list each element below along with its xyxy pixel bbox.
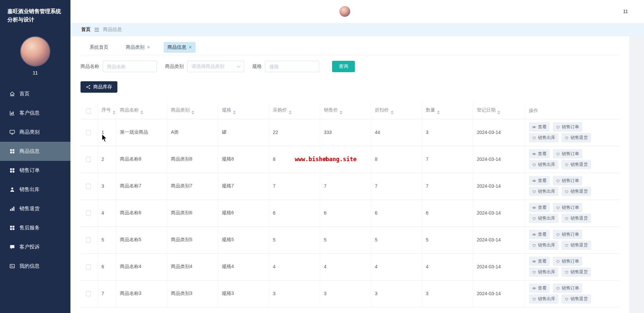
cell-purchase-price: 6	[269, 199, 320, 226]
sidebar-item-sales-return[interactable]: 销售退货	[0, 199, 70, 218]
sidebar-item-after-sales[interactable]: 售后服务	[0, 218, 70, 237]
cell-quantity: 7	[422, 146, 473, 173]
spec-input[interactable]	[265, 61, 319, 72]
column-header-sale-price[interactable]: 销售价	[320, 103, 371, 119]
sort-caret-icon[interactable]	[497, 110, 500, 115]
cell-category: 商品类别5	[167, 226, 218, 253]
row-checkbox[interactable]	[86, 184, 91, 189]
sidebar-item-product-category[interactable]: 商品类别	[0, 123, 70, 142]
sidebar-item-sales-order[interactable]: 销售订单	[0, 161, 70, 180]
sort-caret-icon[interactable]	[289, 110, 291, 115]
action-sales-outbound-button[interactable]: 销售出库	[529, 160, 558, 169]
sidebar-item-sales-outbound[interactable]: 销售出库	[0, 180, 70, 199]
action-label: 销售出库	[538, 188, 555, 194]
action-sales-order-button[interactable]: 销售订单	[553, 203, 582, 212]
sort-caret-icon[interactable]	[340, 110, 342, 115]
action-sales-return-button[interactable]: 销售退货	[561, 267, 591, 277]
sort-caret-icon[interactable]	[113, 110, 115, 115]
action-sales-outbound-button[interactable]: 销售出库	[529, 214, 558, 223]
action-sales-return-button[interactable]: 销售退货	[561, 133, 591, 142]
action-view-button[interactable]: 查看	[529, 283, 550, 293]
cell-seq: 2	[97, 146, 116, 173]
product-name-input[interactable]	[103, 61, 157, 72]
eye-icon	[532, 125, 536, 129]
sort-caret-icon[interactable]	[192, 110, 194, 115]
select-all-checkbox[interactable]	[86, 108, 91, 114]
tab-product-category[interactable]: 商品类别×	[122, 42, 154, 53]
action-sales-return-button[interactable]: 销售退货	[561, 214, 591, 223]
column-header-name[interactable]: 商品名称	[116, 103, 167, 119]
column-header-seq[interactable]: 序号	[97, 103, 116, 119]
action-sales-order-button[interactable]: 销售订单	[553, 230, 582, 239]
row-select-cell	[80, 173, 97, 199]
column-header-discount-price[interactable]: 折扣价	[371, 103, 422, 119]
column-header-label: 商品名称	[120, 107, 139, 113]
header-avatar[interactable]	[339, 6, 350, 17]
action-view-button[interactable]: 查看	[529, 257, 550, 266]
row-checkbox[interactable]	[86, 264, 91, 269]
query-button[interactable]: 查询	[332, 61, 355, 72]
row-checkbox[interactable]	[86, 237, 91, 242]
action-sales-return-button[interactable]: 销售退货	[561, 294, 591, 304]
row-checkbox[interactable]	[86, 157, 91, 162]
sort-caret-icon[interactable]	[437, 110, 440, 115]
action-sales-outbound-button[interactable]: 销售出库	[529, 133, 558, 142]
row-checkbox[interactable]	[86, 130, 91, 135]
action-view-button[interactable]: 查看	[529, 176, 550, 185]
menu-icon	[94, 28, 99, 32]
column-header-spec[interactable]: 规格	[218, 103, 269, 119]
category-select[interactable]: 请选择商品类别	[187, 61, 244, 72]
action-sales-order-button[interactable]: 销售订单	[553, 149, 582, 159]
action-view-button[interactable]: 查看	[529, 203, 550, 212]
sort-caret-icon[interactable]	[141, 110, 143, 115]
column-header-category[interactable]: 商品类别	[167, 103, 218, 119]
cell-name: 商品名称5	[116, 226, 167, 253]
sort-caret-icon[interactable]	[391, 110, 393, 115]
cell-sale-price: 3	[320, 280, 371, 307]
sidebar-avatar[interactable]	[21, 37, 50, 66]
tab-bar: 系统首页商品类别×商品信息×	[80, 40, 619, 55]
sidebar-item-home[interactable]: 首页	[0, 84, 70, 103]
action-view-button[interactable]: 查看	[529, 149, 550, 159]
action-sales-outbound-button[interactable]: 销售出库	[529, 187, 558, 196]
sidebar-item-customer-complaint[interactable]: 客户投诉	[0, 237, 70, 257]
row-checkbox[interactable]	[86, 211, 91, 216]
action-view-button[interactable]: 查看	[529, 230, 550, 239]
sidebar-item-product-info[interactable]: 商品信息	[0, 142, 70, 161]
stock-button[interactable]: 商品库存	[80, 81, 117, 93]
service-icon	[9, 225, 15, 231]
action-sales-order-button[interactable]: 销售订单	[553, 176, 582, 185]
table-body: 1第一就业商品A类罐223334432024-03-14查看销售订单销售出库销售…	[80, 119, 619, 307]
heart-icon	[565, 243, 569, 248]
action-sales-return-button[interactable]: 销售退货	[561, 187, 591, 196]
tab-product-info[interactable]: 商品信息×	[164, 42, 195, 53]
app-title: 嘉旺酒业销售管理系统分析与设计	[0, 0, 70, 26]
row-select-cell	[80, 226, 97, 253]
action-label: 销售出库	[538, 215, 555, 221]
column-header-purchase-price[interactable]: 采购价	[269, 103, 320, 119]
sidebar-item-my-info[interactable]: 我的信息	[0, 257, 70, 276]
topbar: 11	[70, 0, 644, 23]
cell-purchase-price: 4	[269, 253, 320, 280]
column-header-register-date[interactable]: 登记日期	[473, 103, 525, 119]
action-sales-return-button[interactable]: 销售退货	[561, 160, 591, 169]
monitor-icon	[9, 129, 15, 135]
sort-caret-icon[interactable]	[233, 110, 236, 115]
close-icon[interactable]: ×	[189, 45, 192, 50]
action-sales-return-button[interactable]: 销售退货	[561, 240, 591, 250]
column-header-label: 数量	[426, 107, 435, 113]
close-icon[interactable]: ×	[147, 45, 150, 50]
row-checkbox[interactable]	[86, 291, 91, 296]
breadcrumb-home[interactable]: 首页	[81, 27, 91, 33]
action-view-button[interactable]: 查看	[529, 122, 550, 132]
action-sales-order-button[interactable]: 销售订单	[553, 257, 582, 266]
action-sales-outbound-button[interactable]: 销售出库	[529, 240, 558, 250]
tab-system-home[interactable]: 系统首页	[86, 42, 112, 53]
sidebar-item-customer-info[interactable]: 客户信息	[0, 103, 70, 123]
cell-register-date: 2024-03-14	[473, 199, 525, 226]
action-sales-order-button[interactable]: 销售订单	[553, 122, 582, 132]
action-sales-order-button[interactable]: 销售订单	[553, 283, 582, 293]
action-sales-outbound-button[interactable]: 销售出库	[529, 294, 558, 304]
action-sales-outbound-button[interactable]: 销售出库	[529, 267, 558, 277]
column-header-quantity[interactable]: 数量	[422, 103, 473, 119]
